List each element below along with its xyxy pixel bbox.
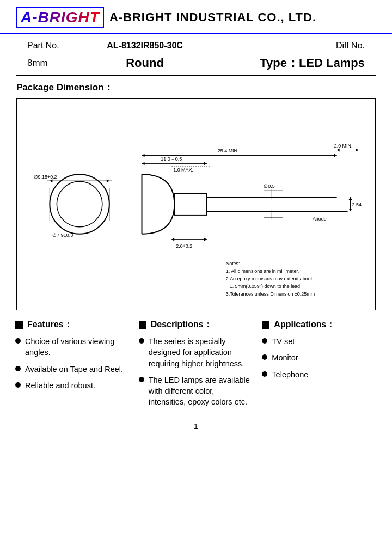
svg-marker-22 (142, 154, 145, 157)
svg-marker-37 (349, 197, 352, 200)
company-name: A-BRIGHT INDUSTRIAL CO., LTD. (109, 10, 316, 25)
bottom-section: Features： Choice of various viewing angl… (0, 315, 392, 413)
shape-value: Round (84, 53, 206, 74)
descriptions-header: Descriptions： (139, 319, 254, 330)
svg-text:∅7.9±0.3: ∅7.9±0.3 (52, 232, 73, 238)
svg-marker-18 (142, 162, 145, 165)
svg-marker-19 (204, 162, 207, 165)
bullet-icon (262, 354, 267, 360)
svg-text:11.0－0.5: 11.0－0.5 (161, 156, 182, 162)
description-item-2: The LED lamps are available with differe… (139, 375, 254, 408)
application-item-2: Monitor (262, 352, 377, 363)
svg-text:1. 5mm(0.059") down to the lea: 1. 5mm(0.059") down to the lead (230, 284, 300, 289)
svg-text:2.An epoxy meniscus may extend: 2.An epoxy meniscus may extend about. (226, 276, 314, 281)
diff-no-label: Diff No. (206, 39, 376, 53)
svg-text:∅9.15+0.2: ∅9.15+0.2 (34, 174, 57, 180)
svg-text:1. All dimensions are in milli: 1. All dimensions are in millimeter. (226, 268, 299, 274)
svg-marker-41 (171, 238, 174, 241)
svg-text:2.0+0.2: 2.0+0.2 (176, 243, 192, 249)
bullet-icon (15, 338, 21, 344)
part-no-value: AL-8132IR850-30C (84, 39, 206, 53)
part-no-label: Part No. (16, 39, 84, 53)
applications-column: Applications： TV set Monitor Telephone (258, 319, 381, 413)
descriptions-column: Descriptions： The series is specially de… (134, 319, 258, 413)
applications-header: Applications： (262, 319, 377, 330)
svg-marker-42 (204, 238, 207, 241)
feature-item-1: Choice of various viewing angles. (15, 336, 130, 358)
features-square-icon (15, 321, 23, 329)
bullet-icon (15, 382, 21, 388)
svg-marker-38 (349, 209, 352, 211)
svg-text:Anode: Anode (313, 216, 327, 222)
application-item-1: TV set (262, 336, 377, 347)
type-value: Type：LED Lamps (206, 53, 376, 74)
applications-square-icon (262, 321, 270, 329)
svg-rect-10 (174, 193, 207, 215)
description-item-1: The series is specially designed for app… (139, 336, 254, 369)
svg-text:2.0 MIN.: 2.0 MIN. (334, 143, 353, 149)
part-info: Part No. AL-8132IR850-30C Diff No. 8mm R… (0, 34, 392, 74)
svg-marker-27 (356, 149, 358, 152)
bullet-icon (139, 377, 144, 382)
svg-point-1 (57, 181, 102, 227)
size-value: 8mm (16, 53, 84, 74)
svg-text:Notes:: Notes: (226, 261, 240, 266)
svg-point-0 (50, 174, 109, 234)
logo: A-BRIGHT (16, 7, 104, 28)
package-dimension-label: Package Dimension： (0, 76, 392, 94)
svg-marker-23 (334, 154, 337, 157)
header: A-BRIGHT A-BRIGHT INDUSTRIAL CO., LTD. (0, 0, 392, 34)
feature-item-3: Reliable and robust. (15, 380, 130, 391)
features-column: Features： Choice of various viewing angl… (11, 319, 134, 413)
feature-item-2: Available on Tape and Reel. (15, 364, 130, 375)
bullet-icon (139, 338, 144, 344)
svg-marker-6 (107, 179, 109, 182)
bullet-icon (262, 338, 267, 344)
svg-text:25.4 MIN.: 25.4 MIN. (218, 148, 239, 154)
svg-marker-26 (337, 149, 340, 152)
descriptions-square-icon (139, 321, 146, 329)
bullet-icon (15, 366, 21, 371)
application-item-3: Telephone (262, 369, 377, 380)
svg-text:3.Tolerances unless Dimension : 3.Tolerances unless Dimension ±0.25mm (226, 291, 315, 297)
svg-text:1.0 MAX.: 1.0 MAX. (173, 167, 193, 173)
features-header: Features： (15, 319, 130, 330)
diagram-svg: ∅9.15+0.2 ∅7.9±0.3 Anode 11.0－0.5 25.4 M… (17, 99, 375, 310)
diagram-box: ∅9.15+0.2 ∅7.9±0.3 Anode 11.0－0.5 25.4 M… (16, 98, 376, 310)
svg-text:2.54: 2.54 (352, 202, 362, 207)
svg-text:∅0.5: ∅0.5 (264, 183, 274, 189)
page-number: 1 (0, 413, 392, 435)
bullet-icon (262, 371, 267, 377)
